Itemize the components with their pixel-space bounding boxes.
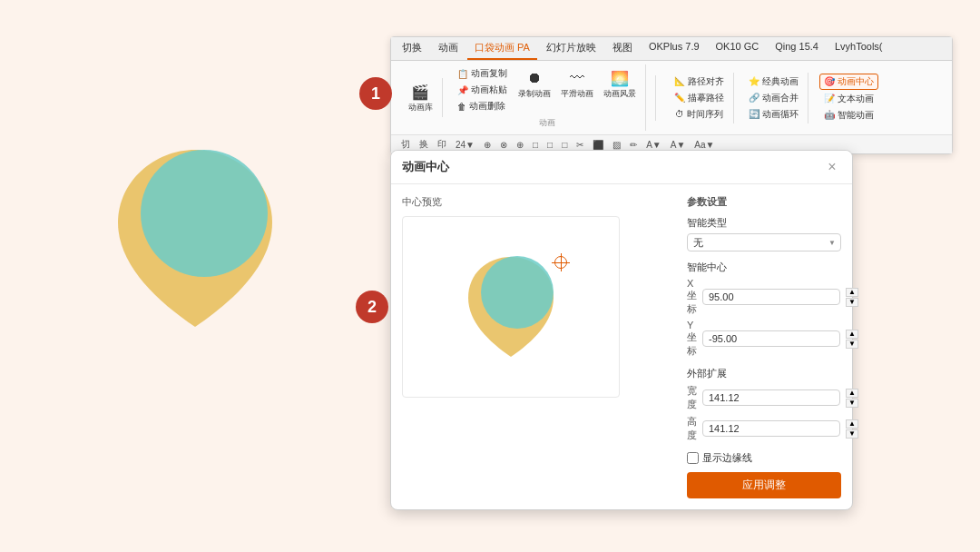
dialog-params-panel: 参数设置 智能类型 无 智能中心 X坐标 ▲ ▼: [687, 195, 841, 498]
preview-label: 中心预览: [402, 195, 672, 209]
x-up-btn[interactable]: ▲: [846, 288, 858, 297]
dialog-titlebar: 动画中心 ×: [391, 151, 852, 184]
width-label: 宽度: [687, 384, 697, 411]
badge-2: 2: [356, 291, 388, 323]
animation-library-icon: 🎬: [410, 82, 430, 102]
height-down-btn[interactable]: ▼: [846, 429, 858, 439]
params-label: 参数设置: [687, 195, 841, 209]
svg-point-0: [141, 150, 268, 277]
tab-qing[interactable]: Qing 15.4: [768, 37, 826, 60]
x-label: X坐标: [687, 278, 697, 316]
y-label: Y坐标: [687, 320, 697, 358]
x-input[interactable]: [702, 289, 840, 305]
row2-pattern[interactable]: ▨: [610, 139, 623, 151]
show-border-row: 显示边缘线: [687, 451, 841, 465]
text-animation-btn[interactable]: 📝 文本动画: [820, 92, 877, 106]
row2-pen[interactable]: ✏: [627, 139, 640, 151]
crosshair-marker: [552, 253, 570, 271]
smart-type-title: 智能类型: [687, 216, 841, 230]
y-down-btn[interactable]: ▼: [846, 340, 858, 349]
animation-center-dialog: 动画中心 × 中心预览 参数设置 智能类型: [390, 150, 853, 510]
animation-library-label: 动画库: [408, 102, 433, 113]
y-coord-row: Y坐标 ▲ ▼: [687, 320, 841, 358]
dialog-close-btn[interactable]: ×: [823, 158, 841, 176]
time-sequence-btn[interactable]: ⏱ 时间序列: [671, 107, 727, 122]
preview-canvas: [402, 216, 620, 398]
trace-path-btn[interactable]: ✏️ 描摹路径: [671, 91, 728, 105]
y-stepper: ▲ ▼: [846, 330, 858, 349]
tab-lvyhtools[interactable]: LvyhTools(: [828, 37, 890, 60]
apply-btn[interactable]: 应用调整: [687, 472, 841, 498]
svg-point-1: [481, 256, 554, 329]
record-animation-btn[interactable]: ⏺ 录制动画: [514, 66, 554, 102]
anim-delete-btn[interactable]: 🗑 动画删除: [454, 99, 511, 113]
smart-animation-btn[interactable]: 🤖 智能动画: [820, 108, 877, 123]
width-input[interactable]: [702, 389, 840, 406]
row2-snap[interactable]: ⊕: [481, 139, 494, 151]
anim-copy-btn[interactable]: 📋 动画复制: [454, 66, 511, 81]
row2-fill[interactable]: ⬛: [590, 139, 606, 151]
show-border-checkbox[interactable]: [687, 452, 699, 464]
ribbon-group-record: 📋 动画复制 📌 动画粘贴 🗑 动画删除: [448, 64, 646, 131]
tab-switch[interactable]: 切换: [395, 37, 429, 60]
width-row: 宽度 ▲ ▼: [687, 384, 841, 411]
x-down-btn[interactable]: ▼: [846, 298, 858, 307]
row2-font-a2[interactable]: A▼: [668, 139, 689, 151]
ribbon-group-path: 📐 路径对齐 ✏️ 描摹路径 ⏱ 时间序列: [665, 73, 734, 123]
large-logo: [109, 145, 290, 345]
dialog-body: 中心预览 参数设置 智能类型 无: [391, 184, 852, 509]
animation-library-btn[interactable]: 🎬 动画库: [404, 80, 436, 115]
crosshair-circle: [554, 256, 567, 269]
preview-logo-svg: [461, 252, 561, 361]
row2-font-a[interactable]: A▼: [643, 139, 664, 151]
toolbar: 切换 动画 口袋动画 PA 幻灯片放映 视图 OKPlus 7.9 OK10 G…: [390, 36, 953, 154]
smart-type-group: 智能类型 无: [687, 216, 841, 251]
group1-label: 动画: [539, 117, 555, 129]
tab-pocket-animation[interactable]: 口袋动画 PA: [467, 37, 537, 60]
classic-animation-btn[interactable]: ⭐ 经典动画: [745, 74, 802, 89]
outer-expand-title: 外部扩展: [687, 367, 841, 380]
animation-wind-btn[interactable]: 🌅 动画风景: [600, 66, 640, 102]
height-up-btn[interactable]: ▲: [846, 419, 858, 429]
height-input[interactable]: [702, 420, 840, 437]
badge-1: 1: [359, 77, 392, 110]
width-stepper: ▲ ▼: [846, 389, 858, 408]
row2-copy-style[interactable]: ✂: [573, 139, 586, 151]
y-up-btn[interactable]: ▲: [846, 330, 858, 339]
row2-box1[interactable]: □: [530, 139, 541, 151]
row2-box3[interactable]: □: [559, 139, 570, 151]
animation-center-btn[interactable]: 🎯 动画中心: [819, 74, 878, 90]
dialog-preview-panel: 中心预览: [402, 195, 672, 498]
tab-okplus[interactable]: OKPlus 7.9: [642, 37, 707, 60]
x-coord-row: X坐标 ▲ ▼: [687, 278, 841, 316]
tab-view[interactable]: 视图: [605, 37, 640, 60]
dialog-title: 动画中心: [402, 159, 449, 175]
row2-insert[interactable]: ⊕: [514, 139, 526, 151]
row2-24[interactable]: 24▼: [453, 139, 477, 151]
tab-slideshow[interactable]: 幻灯片放映: [539, 37, 603, 60]
row2-box2[interactable]: □: [544, 139, 555, 151]
height-stepper: ▲ ▼: [846, 419, 858, 439]
tab-animation[interactable]: 动画: [431, 37, 466, 60]
path-align-btn[interactable]: 📐 路径对齐: [671, 74, 728, 89]
animation-loop-btn[interactable]: 🔄 动画循环: [745, 107, 802, 122]
width-down-btn[interactable]: ▼: [846, 399, 858, 408]
width-up-btn[interactable]: ▲: [846, 389, 858, 398]
smart-type-select[interactable]: 无: [687, 233, 841, 251]
row2-aa[interactable]: Aa▼: [691, 139, 717, 151]
animation-merge-btn[interactable]: 🔗 动画合并: [745, 91, 802, 105]
y-input[interactable]: [702, 330, 840, 347]
x-stepper: ▲ ▼: [846, 288, 858, 307]
ribbon-group-center: 🎯 动画中心 📝 文本动画 🤖 智能动画: [814, 72, 884, 124]
row2-grid[interactable]: ⊗: [497, 139, 510, 151]
smart-center-title: 智能中心: [687, 261, 841, 274]
tab-ok10gc[interactable]: OK10 GC: [709, 37, 767, 60]
toolbar-tabs: 切换 动画 口袋动画 PA 幻灯片放映 视图 OKPlus 7.9 OK10 G…: [391, 37, 952, 61]
smart-center-group: 智能中心 X坐标 ▲ ▼ Y坐标 ▲ ▼: [687, 261, 841, 358]
ribbon-group-classic: ⭐ 经典动画 🔗 动画合并 🔄 动画循环: [740, 73, 808, 123]
anim-paste-btn[interactable]: 📌 动画粘贴: [454, 83, 511, 97]
ribbon-group-library: 🎬 动画库: [398, 78, 443, 117]
outer-expand-group: 外部扩展 宽度 ▲ ▼ 高度 ▲ ▼: [687, 367, 841, 442]
smooth-animation-btn[interactable]: 〰 平滑动画: [557, 66, 597, 102]
height-row: 高度 ▲ ▼: [687, 415, 841, 442]
